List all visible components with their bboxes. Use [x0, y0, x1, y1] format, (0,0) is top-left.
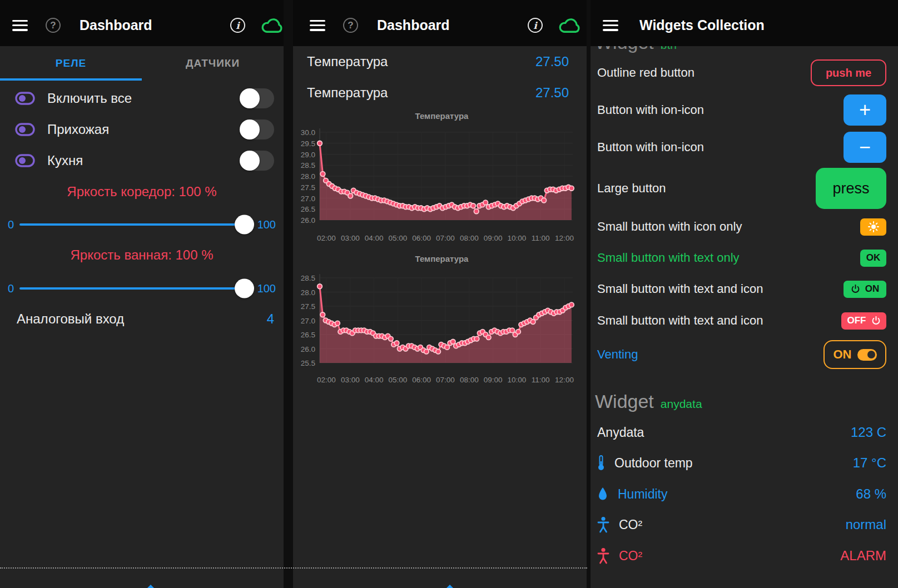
row-label: Venting [597, 347, 638, 362]
sensors-content: Температура 27.50 Температура 27.50 Темп… [293, 46, 591, 588]
svg-text:26.5: 26.5 [301, 331, 315, 339]
info-icon[interactable]: i [528, 18, 543, 33]
data-row-co2-alarm: CO² ALARM [591, 540, 898, 571]
svg-text:10:00: 10:00 [508, 376, 527, 384]
slider-corridor: 0 100 [8, 213, 276, 236]
temperature-label: Температура [307, 85, 388, 101]
analog-input-value: 4 [267, 311, 274, 327]
switch-all[interactable] [240, 88, 274, 108]
analog-input-label: Аналоговый вход [17, 311, 124, 327]
menu-icon[interactable] [12, 20, 28, 31]
row-value: 68 % [856, 486, 886, 502]
temperature-chart-1: 26.026.527.027.528.028.529.029.530.002:0… [293, 127, 591, 246]
switch-row-all: Включить все [0, 83, 284, 114]
temperature-value: 27.50 [535, 54, 569, 69]
widget-row: Venting ON [591, 340, 898, 369]
on-label: ON [865, 283, 880, 295]
svg-text:10:00: 10:00 [508, 234, 527, 242]
svg-text:11:00: 11:00 [532, 234, 550, 242]
menu-icon[interactable] [310, 20, 325, 31]
slider-track[interactable] [19, 287, 252, 290]
clipped-section-heading: Widget btn [595, 46, 677, 53]
push-me-button[interactable]: push me [811, 59, 886, 86]
row-label: Outdoor temp [614, 456, 693, 471]
svg-text:08:00: 08:00 [460, 376, 479, 384]
svg-text:02:00: 02:00 [317, 234, 336, 242]
switch-label: Прихожая [47, 122, 240, 137]
page-title: Dashboard [377, 17, 450, 33]
cloud-status-icon[interactable] [261, 17, 284, 34]
toggle-glyph-icon [15, 91, 35, 106]
power-icon [871, 316, 881, 326]
power-icon [851, 285, 860, 294]
venting-button[interactable]: ON [823, 340, 886, 369]
slider-track[interactable] [19, 223, 252, 226]
header-middle: ? Dashboard i [293, 0, 591, 46]
widget-row: Large button press [591, 168, 898, 209]
slider-corridor-label: Яркость коредор: 100 % [0, 184, 284, 200]
svg-text:06:00: 06:00 [412, 376, 431, 384]
tab-relays[interactable]: РЕЛЕ [0, 46, 142, 81]
svg-text:05:00: 05:00 [388, 234, 407, 242]
help-icon[interactable]: ? [46, 18, 61, 33]
svg-text:05:00: 05:00 [388, 376, 407, 384]
svg-text:07:00: 07:00 [436, 376, 455, 384]
on-button[interactable]: ON [844, 281, 886, 298]
row-label: Button with ion-icon [597, 140, 704, 155]
toggle-on-icon [857, 349, 877, 361]
slider-knob[interactable] [235, 279, 254, 298]
cloud-status-icon[interactable] [558, 17, 582, 34]
svg-text:02:00: 02:00 [317, 376, 336, 384]
switch-hallway[interactable] [240, 119, 274, 139]
info-icon[interactable]: i [230, 18, 245, 33]
row-label: Small button with icon only [597, 220, 742, 234]
toggle-glyph-icon [15, 153, 35, 168]
slider-min: 0 [8, 218, 14, 231]
menu-icon[interactable] [603, 20, 618, 31]
slider-bath-label: Яркость ванная: 100 % [0, 247, 284, 263]
widget-row: Small button with text and icon ON [591, 280, 898, 298]
venting-state-label: ON [833, 347, 852, 362]
ok-button[interactable]: OK [860, 250, 886, 267]
widget-row: Button with ion-icon − [591, 132, 898, 163]
panel-relays: ? Dashboard i РЕЛЕ ДАТЧИКИ Включить все [0, 0, 293, 588]
help-icon[interactable]: ? [343, 18, 358, 33]
switch-label: Кухня [47, 153, 240, 168]
row-label: Outline red button [597, 66, 694, 80]
panel-sensors: ? Dashboard i Температура 27.50 Температ… [293, 0, 591, 588]
row-label: CO² [619, 549, 642, 564]
svg-text:03:00: 03:00 [341, 234, 360, 242]
slider-knob[interactable] [235, 215, 254, 235]
droplet-icon [597, 486, 608, 502]
svg-text:12:00: 12:00 [555, 376, 574, 384]
svg-text:26.0: 26.0 [301, 216, 315, 225]
plus-button[interactable]: + [844, 94, 886, 126]
widget-row: Outline red button push me [591, 59, 898, 86]
minus-button[interactable]: − [844, 132, 886, 163]
widget-row: Small button with text and icon OFF [591, 312, 898, 330]
row-label: Small button with text and icon [597, 282, 763, 296]
slider-max: 100 [257, 218, 276, 231]
svg-text:04:00: 04:00 [365, 234, 384, 242]
section-heading-anydata: Widget anydata [595, 391, 702, 412]
header-left: ? Dashboard i [0, 0, 293, 46]
row-value: normal [846, 517, 886, 532]
page-title: Widgets Collection [639, 17, 765, 33]
off-button[interactable]: OFF [841, 312, 886, 330]
svg-text:28.5: 28.5 [301, 274, 315, 282]
row-label: Small button with text and icon [597, 313, 763, 328]
person-icon [597, 547, 609, 564]
section-title: Widget [595, 46, 654, 53]
person-icon [597, 516, 609, 533]
tab-sensors[interactable]: ДАТЧИКИ [142, 46, 284, 81]
sun-button[interactable] [860, 218, 886, 236]
temperature-row: Температура 27.50 [293, 77, 591, 108]
row-value: 123 C [851, 425, 886, 440]
svg-text:30.0: 30.0 [301, 128, 315, 137]
widgets-content: Widget btn Outline red button push me Bu… [591, 46, 898, 588]
switch-kitchen[interactable] [240, 151, 274, 171]
svg-text:28.0: 28.0 [301, 172, 315, 181]
row-label: CO² [619, 517, 642, 532]
dotted-divider [0, 567, 587, 569]
press-button[interactable]: press [816, 168, 886, 209]
